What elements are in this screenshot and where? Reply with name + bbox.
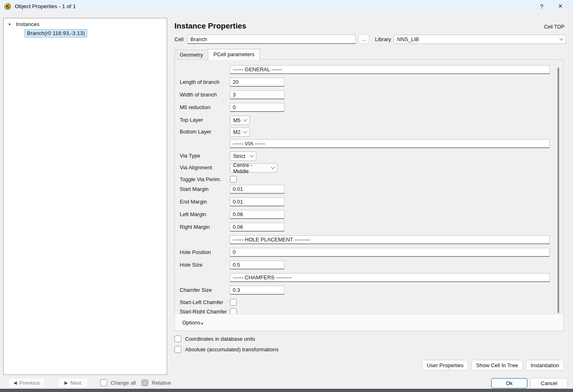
previous-button[interactable]: ◀ Previous	[8, 378, 45, 388]
m5-reduction-input[interactable]	[230, 103, 284, 112]
tree-expand-arrow-icon[interactable]: ▾	[9, 22, 16, 26]
width-of-branch-label: Width of branch	[180, 90, 217, 99]
via-type-select-value: Strict	[233, 153, 245, 159]
chevron-down-icon	[560, 37, 564, 41]
bottom-layer-select[interactable]: M2	[230, 127, 250, 137]
via-type-label: Via Type	[180, 151, 200, 160]
right-margin-label: Right Margin	[180, 223, 210, 232]
hole-size-label: Hole Size	[180, 261, 203, 269]
right-margin-input[interactable]	[230, 223, 284, 232]
cell-context-label: Cell TOP	[544, 24, 564, 30]
coords-db-units-label: Coordinates in database units	[185, 336, 255, 342]
chevron-down-icon	[243, 129, 247, 134]
width-of-branch-input[interactable]	[230, 90, 284, 99]
options-button-label: Options	[182, 320, 201, 326]
screen-bottom-edge	[0, 389, 573, 392]
top-layer-label: Top Layer	[180, 116, 203, 125]
absolute-transformations-label: Absolute (accumulated) transformations	[185, 346, 279, 353]
instance-tree-item-selected[interactable]: Branch(r0 118.93,-3.13)	[24, 29, 87, 37]
previous-button-label: Previous	[19, 380, 40, 386]
start-right-chamfer-label: Start-Right Chamfer	[180, 307, 227, 314]
section-separator-general: ------ GENERAL ------	[230, 65, 550, 74]
start-left-chamfer-checkbox[interactable]	[230, 299, 237, 306]
relative-checkbox[interactable]: ✓	[141, 379, 148, 386]
section-separator-chamfers: ------ CHAMFERS ---------	[230, 273, 550, 282]
coords-db-units-checkbox[interactable]	[174, 335, 181, 342]
vertical-scrollbar-thumb[interactable]	[558, 68, 559, 313]
absolute-transformations-row: Absolute (accumulated) transformations	[174, 346, 279, 353]
parameters-scroll-viewport: ------ GENERAL ------ Length of branch W…	[175, 60, 554, 314]
page-title: Instance Properties	[174, 22, 246, 31]
coords-db-units-row: Coordinates in database units	[174, 335, 255, 342]
show-cell-in-tree-button[interactable]: Show Cell In Tree	[471, 360, 523, 370]
chamfer-size-input[interactable]	[230, 286, 284, 295]
start-margin-input[interactable]	[230, 185, 284, 194]
titlebar-buttons: ? ×	[532, 0, 573, 12]
start-margin-label: Start Margin	[180, 185, 209, 194]
pcell-parameters-pane: ------ GENERAL ------ Length of branch W…	[174, 59, 564, 331]
top-layer-select-value: M5	[233, 117, 240, 123]
close-icon[interactable]: ×	[551, 0, 570, 12]
bottom-layer-label: Bottom Layer	[180, 127, 211, 136]
via-alignment-select[interactable]: Centre - Middle	[230, 163, 278, 173]
instances-tree-panel: ▾ Instances Branch(r0 118.93,-3.13)	[3, 18, 167, 375]
via-type-select[interactable]: Strict	[230, 151, 256, 161]
library-select[interactable]: NNS_LIB	[394, 35, 566, 44]
change-all-checkbox[interactable]	[100, 379, 107, 386]
scrollbar-gutter-line	[555, 60, 555, 331]
browse-cell-button[interactable]: ...	[358, 34, 369, 44]
toggle-via-perim-label: Toggle Via Perim.	[180, 175, 221, 184]
chevron-down-icon	[271, 165, 275, 169]
start-right-chamfer-checkbox[interactable]	[230, 308, 237, 314]
help-icon[interactable]: ?	[532, 0, 551, 12]
hole-position-label: Hole Position	[180, 248, 211, 257]
titlebar: K Object Properties - 1 of 1 ? ×	[0, 0, 573, 12]
length-of-branch-label: Length of branch	[180, 78, 220, 87]
section-separator-hole-placement: ------ HOLE PLACEMENT ---------	[230, 235, 550, 244]
arrow-right-icon: ▶	[64, 380, 68, 385]
instance-nav-row: ◀ Previous ▶ Next Change all ✓ Relative	[8, 378, 171, 388]
library-select-value: NNS_LIB	[397, 36, 419, 42]
chevron-down-icon	[243, 118, 247, 122]
klayout-app-icon: K	[4, 3, 11, 10]
hole-size-input[interactable]	[230, 261, 284, 269]
arrow-left-icon: ◀	[13, 380, 17, 385]
user-properties-button[interactable]: User Properties	[422, 360, 468, 370]
via-alignment-label: Via Alignment	[180, 163, 212, 172]
instances-root-label: Instances	[16, 21, 40, 27]
cancel-button[interactable]: Cancel	[530, 378, 568, 388]
instances-root-row[interactable]: ▾ Instances	[9, 21, 40, 27]
window-title: Object Properties - 1 of 1	[15, 3, 76, 9]
secondary-actions-row: User Properties Show Cell In Tree Instan…	[422, 360, 564, 370]
hole-position-input[interactable]	[230, 248, 550, 257]
end-margin-input[interactable]	[230, 197, 284, 206]
end-margin-label: End Margin	[180, 197, 207, 206]
cell-label: Cell	[174, 36, 183, 42]
nav-checkbox-group: Change all ✓ Relative	[100, 379, 171, 386]
relative-label: Relative	[152, 380, 171, 386]
m5-reduction-label: M5 reduction	[180, 103, 210, 112]
left-margin-label: Left Margin	[180, 210, 206, 219]
absolute-transformations-checkbox[interactable]	[174, 346, 181, 353]
cell-name-input[interactable]	[187, 35, 356, 44]
via-alignment-select-value: Centre - Middle	[233, 162, 268, 174]
tab-pcell-parameters[interactable]: PCell parameters	[208, 49, 260, 60]
next-button[interactable]: ▶ Next	[57, 378, 88, 388]
length-of-branch-input[interactable]	[230, 78, 284, 87]
next-button-label: Next	[71, 380, 82, 386]
toggle-via-perim-checkbox[interactable]	[230, 176, 237, 183]
chamfer-size-label: Chamfer Size	[180, 286, 212, 295]
library-label: Library	[375, 36, 391, 42]
bottom-layer-select-value: M2	[233, 129, 240, 135]
options-button[interactable]: Options ▾	[182, 320, 203, 326]
change-all-label: Change all	[110, 380, 136, 386]
ok-button[interactable]: Ok	[491, 378, 527, 388]
top-layer-select[interactable]: M5	[230, 116, 250, 125]
caret-down-icon: ▾	[201, 322, 203, 326]
start-left-chamfer-label: Start-Left Chamfer	[180, 298, 223, 307]
section-separator-via: ------ VIA ------	[230, 139, 550, 148]
left-margin-input[interactable]	[230, 210, 284, 219]
instantiation-button[interactable]: Instantiation	[526, 360, 564, 370]
tab-geometry[interactable]: Geometry	[174, 50, 208, 60]
chevron-down-icon	[250, 153, 254, 158]
